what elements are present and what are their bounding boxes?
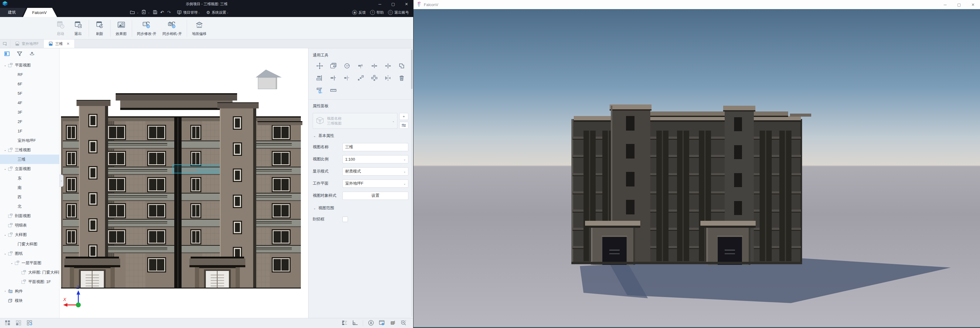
tool-measure-icon[interactable]	[327, 86, 339, 94]
system-settings-menu[interactable]: ⚙ 系统设置⌄	[207, 10, 229, 15]
settings-button[interactable]: 设置	[342, 192, 408, 200]
chevron-down-icon[interactable]: ⌄	[3, 64, 7, 67]
model-canvas[interactable]: XZ ‹	[59, 48, 308, 318]
tree-item-立面视图[interactable]: ⌄立面视图	[0, 164, 59, 174]
tree-item-RF[interactable]: RF	[0, 70, 59, 79]
tool-copy-icon[interactable]	[327, 62, 339, 70]
tool-scatter-icon[interactable]	[368, 75, 380, 82]
tree-item-6F[interactable]: 6F	[0, 79, 59, 89]
chevron-down-icon[interactable]: ⌄	[10, 261, 14, 264]
open-file-icon[interactable]	[130, 10, 135, 15]
sidebar-collapse-handle[interactable]: ‹	[59, 175, 64, 187]
filter-icon[interactable]	[17, 51, 22, 57]
save-icon[interactable]	[153, 10, 157, 15]
ribbon-button-render[interactable]: 效果图	[112, 18, 130, 38]
tree-item-平面视图-1F[interactable]: 平面视图: 1F	[0, 277, 59, 287]
locate-icon[interactable]	[29, 51, 35, 57]
view-tab-1[interactable]: 室外地坪F	[10, 40, 44, 48]
tree-item-大样图-门窗大样图[interactable]: 大样图: 门窗大样图	[0, 267, 59, 277]
clipboard-dropdown-icon[interactable]: ⌄	[148, 11, 150, 14]
chevron-right-icon[interactable]: ›	[3, 290, 7, 293]
tool-trim-icon[interactable]	[354, 62, 367, 70]
property-filter-button[interactable]	[399, 122, 408, 129]
tree-item-1F[interactable]: 1F	[0, 126, 59, 136]
view-tab-2[interactable]: 三维✕	[44, 40, 75, 48]
chevron-down-icon[interactable]: ⌄	[3, 148, 7, 151]
field-input-视图名称[interactable]: 三维	[342, 143, 408, 151]
ribbon-button-ground-offset[interactable]: 地面偏移	[189, 18, 210, 38]
tool-move-icon[interactable]	[313, 62, 326, 70]
field-select-工作平面[interactable]: 室外地坪F	[342, 180, 408, 188]
tree-item-南[interactable]: 南	[0, 183, 59, 192]
tree-item-3F[interactable]: 3F	[0, 108, 59, 117]
tab-falconv[interactable]: FalconV	[23, 8, 57, 17]
tool-rotate-icon[interactable]	[340, 62, 353, 70]
tree-item-2F[interactable]: 2F	[0, 117, 59, 126]
tool-array-icon[interactable]	[354, 75, 367, 82]
logout-button[interactable]: ⎋退出账号	[388, 10, 409, 15]
maximize-button[interactable]: ▢	[387, 0, 400, 8]
detail-level-icon[interactable]	[342, 320, 348, 326]
tree-item-构件[interactable]: ›构件	[0, 287, 59, 296]
tool-align-left-icon[interactable]	[327, 75, 339, 82]
minimize-button[interactable]: ─	[373, 0, 387, 8]
tree-item-5F[interactable]: 5F	[0, 89, 59, 98]
render-close-button[interactable]: ✕	[966, 0, 980, 9]
tree-item-室外地坪F[interactable]: 室外地坪F	[0, 136, 59, 145]
ribbon-button-exit[interactable]: 退出	[69, 18, 87, 38]
tool-align-bottom-icon[interactable]	[313, 75, 326, 82]
section-header-视图范围[interactable]: ⌄视图范围	[313, 205, 408, 211]
zoom-fit-icon[interactable]	[401, 320, 407, 327]
feedback-button[interactable]: ▣反馈	[352, 10, 366, 15]
field-select-显示模式[interactable]: 材质模式	[342, 167, 408, 175]
tool-align-right-icon[interactable]	[340, 75, 353, 82]
tree-item-明细表[interactable]: 明细表	[0, 220, 59, 230]
ribbon-button-sync-edit[interactable]: 同步修改-开	[134, 18, 159, 38]
shaded-cube-icon[interactable]	[390, 320, 396, 326]
tab-architecture[interactable]: 建筑	[0, 8, 26, 17]
ribbon-button-sync-camera[interactable]: 同步相机-开	[159, 18, 185, 38]
clipboard-icon[interactable]	[142, 10, 146, 15]
annotation-visibility-icon[interactable]	[368, 320, 374, 327]
tree-item-平面视图[interactable]: ⌄平面视图	[0, 61, 59, 70]
close-button[interactable]: ✕	[400, 0, 413, 8]
tool-match-icon[interactable]	[395, 62, 408, 70]
panel-toggle-icon[interactable]	[4, 51, 10, 57]
tool-offset-icon[interactable]	[313, 86, 326, 94]
section-header-基本属性[interactable]: ⌄基本属性	[313, 133, 408, 139]
tree-item-三维视图[interactable]: ⌄三维视图	[0, 145, 59, 154]
grid-outline-icon[interactable]	[16, 320, 21, 326]
close-tab-icon[interactable]: ✕	[67, 41, 70, 46]
render-viewport[interactable]	[414, 9, 980, 327]
type-selector[interactable]: 视图名称三维视图 ⌄	[313, 113, 398, 129]
help-button[interactable]: ?帮助	[370, 10, 384, 15]
tree-item-北[interactable]: 北	[0, 202, 59, 211]
chevron-down-icon[interactable]: ⌄	[3, 233, 7, 236]
restore-view-icon[interactable]	[0, 40, 10, 48]
tree-item-图纸[interactable]: ⌄图纸	[0, 249, 59, 258]
properties-scrollbar[interactable]	[411, 49, 413, 317]
tool-align-center-icon[interactable]	[382, 62, 394, 70]
chevron-down-icon[interactable]: ⌄	[3, 167, 7, 170]
tree-item-模块[interactable]: 模块	[0, 296, 59, 305]
render-maximize-button[interactable]: ▢	[952, 0, 966, 9]
tree-item-门窗大样图[interactable]: 门窗大样图	[0, 239, 59, 249]
chevron-down-icon[interactable]: ⌄	[3, 252, 7, 255]
tree-item-西[interactable]: 西	[0, 192, 59, 202]
tree-item-三维[interactable]: 三维	[0, 154, 59, 164]
grid-refresh-icon[interactable]	[27, 320, 32, 326]
undo-icon[interactable]: ↶	[160, 10, 164, 15]
project-management-menu[interactable]: 项目管理⌄	[177, 10, 200, 15]
tree-item-大样图[interactable]: ⌄大样图	[0, 230, 59, 239]
tool-mirror-icon[interactable]	[382, 75, 394, 82]
render-minimize-button[interactable]: ─	[938, 0, 952, 9]
ribbon-button-refresh[interactable]: 刷新	[91, 18, 108, 38]
open-file-dropdown-icon[interactable]: ⌄	[137, 11, 139, 14]
tree-item-东[interactable]: 东	[0, 174, 59, 183]
bim-model-facade[interactable]: XZ	[59, 48, 309, 318]
tool-delete-icon[interactable]	[395, 75, 408, 82]
tool-split-icon[interactable]	[368, 62, 380, 70]
redo-icon[interactable]: ↷	[167, 10, 171, 15]
tree-item-剖面视图[interactable]: 剖面视图	[0, 211, 59, 220]
corner-trim-icon[interactable]	[352, 320, 358, 326]
